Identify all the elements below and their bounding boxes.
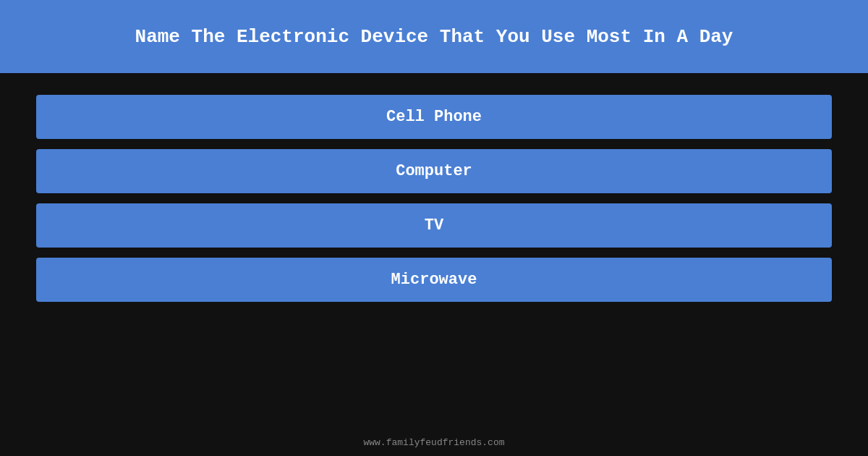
question-header: Name The Electronic Device That You Use …: [0, 0, 868, 73]
answer-button-2[interactable]: Computer: [36, 149, 832, 193]
answers-container: Cell PhoneComputerTVMicrowave: [0, 73, 868, 428]
answer-button-4[interactable]: Microwave: [36, 258, 832, 302]
answer-button-3[interactable]: TV: [36, 203, 832, 248]
footer-url: www.familyfeudfriends.com: [363, 437, 504, 448]
answer-button-1[interactable]: Cell Phone: [36, 95, 832, 139]
question-title: Name The Electronic Device That You Use …: [135, 26, 733, 48]
footer: www.familyfeudfriends.com: [0, 428, 868, 456]
